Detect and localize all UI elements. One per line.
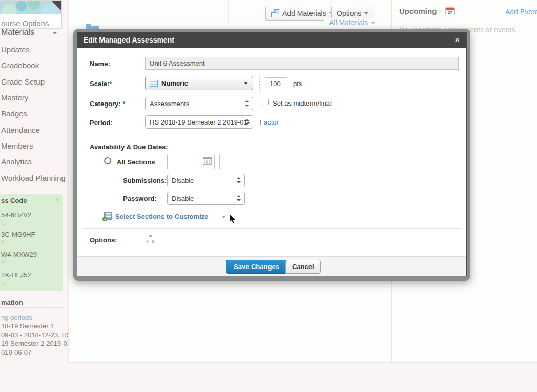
- loading-spinner-icon: [146, 235, 155, 243]
- divider: [259, 76, 260, 91]
- sidebar-item-analytics[interactable]: Analytics: [1, 157, 67, 166]
- access-code-title: ss Code: [1, 197, 27, 204]
- access-code-sublabel: E:: [1, 280, 6, 286]
- scale-dropdown[interactable]: Numeric: [145, 76, 253, 90]
- options-label: Options:: [90, 236, 117, 244]
- chevron-down-icon: [371, 22, 375, 24]
- calendar-picker-icon[interactable]: [203, 157, 212, 165]
- submissions-select[interactable]: Disable: [167, 174, 245, 187]
- points-unit-label: pts: [293, 80, 302, 88]
- materials-label: Materials: [1, 28, 34, 36]
- name-input[interactable]: [145, 57, 459, 70]
- factor-link[interactable]: Factor: [260, 118, 279, 126]
- chevron-down-icon: [52, 32, 57, 34]
- sidebar-item-materials[interactable]: Materials: [1, 28, 61, 37]
- password-label: Password:: [123, 195, 157, 202]
- scale-label: Scale:*: [90, 80, 112, 88]
- edit-managed-assessment-dialog: Edit Managed Assessment ✕ Name: Scale:* …: [73, 29, 470, 281]
- sidebar-item-gradebook[interactable]: Gradebook: [1, 61, 67, 70]
- course-thumbnail-image: [0, 1, 61, 14]
- information-title: mation: [1, 299, 23, 306]
- add-event-link[interactable]: Add Event: [505, 8, 537, 16]
- midterm-checkbox[interactable]: [263, 99, 269, 105]
- divider: [0, 307, 63, 308]
- all-sections-label: All Sections: [117, 158, 155, 166]
- all-materials-filter[interactable]: All Materials: [324, 18, 380, 27]
- divider: [228, 0, 229, 23]
- access-code-sublabel: E:: [1, 260, 6, 265]
- period-label: Period:: [90, 119, 113, 127]
- sidebar-item-grade-setup[interactable]: Grade Setup: [1, 77, 67, 86]
- category-value: Assessments: [150, 100, 189, 108]
- grading-period-text: 18-19 Semester 1: [1, 322, 68, 330]
- grading-period-text: 19 Semester 2 2019-01-: [1, 340, 68, 347]
- access-code-value: 2X-HFJ52: [1, 271, 31, 279]
- select-arrows-icon: [245, 100, 249, 107]
- category-select[interactable]: Assessments: [145, 97, 253, 110]
- grading-period-text: 019-06-07: [1, 348, 68, 356]
- add-materials-label: Add Materials: [282, 9, 326, 17]
- cancel-button[interactable]: Cancel: [285, 260, 321, 274]
- access-code-panel: ss Code × 54-6HZV2 E: 3C-MG9HF E: W4-MXW…: [0, 194, 63, 291]
- sidebar-item-badges[interactable]: Badges: [1, 109, 67, 118]
- chevron-down-icon: [244, 82, 248, 85]
- end-date-input[interactable]: [219, 155, 255, 169]
- dialog-footer: Save Changes Cancel: [77, 256, 466, 276]
- scale-value: Numeric: [161, 79, 188, 87]
- close-icon[interactable]: ✕: [454, 32, 460, 48]
- access-code-sublabel: E:: [1, 240, 6, 245]
- save-changes-button[interactable]: Save Changes: [226, 260, 287, 274]
- options-label: Options: [337, 9, 361, 17]
- numeric-scale-icon: [150, 80, 158, 87]
- password-select[interactable]: Disable: [167, 192, 245, 205]
- access-code-value: 54-6HZV2: [1, 211, 31, 219]
- all-sections-radio[interactable]: [104, 157, 111, 164]
- sections-notebook-icon: [104, 212, 112, 220]
- access-code-value: 3C-MG9HF: [1, 231, 35, 238]
- period-value: HS 2018-19 Semester 2 2019-01-: [150, 118, 250, 126]
- chevron-down-icon: [364, 12, 368, 15]
- midterm-label: Set as midterm/final: [273, 99, 332, 107]
- divider: [82, 228, 461, 229]
- required-asterisk: *: [122, 100, 125, 108]
- select-arrows-icon: [237, 177, 241, 184]
- plus-icon: [102, 217, 107, 221]
- calendar-icon[interactable]: 27: [445, 7, 455, 15]
- availability-heading: Availability & Due Dates:: [90, 143, 168, 151]
- sidebar-item-mastery[interactable]: Mastery: [1, 93, 67, 102]
- chevron-down-icon: [222, 216, 226, 218]
- all-materials-label: All Materials: [329, 18, 368, 27]
- select-arrows-icon: [245, 118, 249, 126]
- select-arrows-icon: [237, 195, 241, 202]
- course-profile-card: ourse Options: [0, 0, 62, 29]
- upcoming-title-label: Upcoming: [399, 7, 437, 15]
- divider: [82, 134, 461, 134]
- upcoming-header: Upcoming · 27: [399, 7, 455, 15]
- submissions-label: Submissions:: [123, 177, 167, 184]
- add-materials-icon: [271, 9, 279, 17]
- sidebar-item-course-options[interactable]: ourse Options: [1, 19, 49, 28]
- sidebar: ourse Options Materials Updates Gradeboo…: [0, 0, 68, 392]
- close-icon[interactable]: ×: [55, 196, 59, 204]
- separator-dot: ·: [440, 7, 442, 15]
- category-label: Category: *: [90, 100, 125, 108]
- divider: [399, 19, 537, 19]
- sidebar-item-updates[interactable]: Updates: [1, 45, 67, 54]
- mouse-cursor: [229, 214, 237, 225]
- required-asterisk: *: [109, 80, 112, 88]
- sidebar-item-attendance[interactable]: Attendance: [1, 126, 67, 134]
- name-label: Name:: [90, 60, 110, 68]
- sidebar-item-workload-planning[interactable]: Workload Planning: [1, 174, 67, 182]
- sidebar-item-members[interactable]: Members: [1, 141, 67, 150]
- period-select[interactable]: HS 2018-19 Semester 2 2019-01-: [145, 115, 253, 129]
- grading-period-text: 09-03 - 2018-12-23, HS: [1, 331, 68, 339]
- access-code-value: W4-MXW29: [1, 251, 37, 258]
- points-input[interactable]: [265, 77, 287, 90]
- select-sections-link[interactable]: Select Sections to Customize: [115, 213, 208, 220]
- access-code-sublabel: E:: [1, 220, 6, 226]
- dialog-title: Edit Managed Assessment: [77, 32, 466, 48]
- dialog-body: Edit Managed Assessment ✕ Name: Scale:* …: [77, 32, 467, 276]
- grading-periods-link[interactable]: ng periods: [1, 314, 32, 321]
- password-value: Disable: [172, 195, 194, 202]
- submissions-value: Disable: [172, 177, 194, 184]
